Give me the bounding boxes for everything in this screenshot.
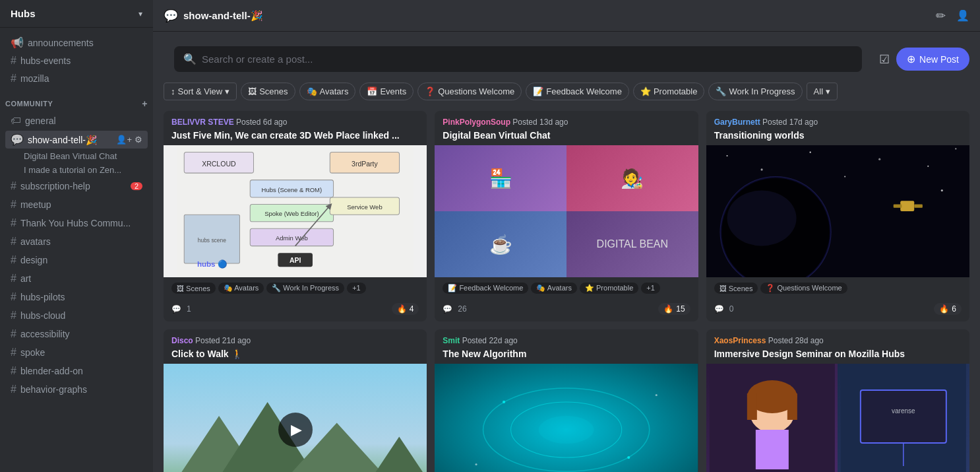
tag-questions[interactable]: ❓ Questions Welcome: [760, 283, 847, 294]
tag-feedback[interactable]: 📝 Feedback Welcome: [443, 283, 528, 294]
server-header[interactable]: Hubs ▾: [0, 0, 153, 28]
sidebar-item-avatars[interactable]: # avatars: [5, 233, 148, 250]
sort-icon: ↕: [171, 86, 175, 96]
svg-rect-54: [787, 393, 797, 420]
post-card[interactable]: GaryBurnett Posted 17d ago Transitioning…: [706, 111, 969, 321]
scenes-icon: 🖼: [248, 86, 257, 96]
play-button-icon[interactable]: ▶: [278, 413, 313, 447]
sidebar-item-spoke[interactable]: # spoke: [5, 344, 148, 361]
post-image-cell: DIGITAL BEAN: [567, 211, 698, 277]
more-tags[interactable]: +1: [347, 283, 366, 294]
sidebar-item-subscription-help[interactable]: # subscription-help 2: [5, 178, 148, 195]
thread-digital-bean[interactable]: Digital Bean Virtual Chat: [5, 149, 148, 163]
filter-promotable-button[interactable]: ⭐ Promotable: [633, 83, 704, 100]
inbox-icon[interactable]: ☑: [879, 52, 890, 67]
svg-point-31: [727, 191, 796, 246]
sidebar-item-announcements[interactable]: 📢 announcements: [5, 34, 148, 51]
tag-avatars[interactable]: 🎭 Avatars: [531, 283, 577, 294]
post-card[interactable]: Disco Posted 21d ago Click to Walk 🚶: [164, 329, 427, 472]
sidebar-item-label: design: [20, 255, 47, 265]
reaction-emoji: 🔥: [939, 304, 949, 314]
filter-events-button[interactable]: 📅 Events: [359, 83, 413, 100]
sort-label: Sort & View: [178, 86, 223, 96]
chevron-icon: ▾: [225, 86, 230, 96]
post-time: Posted 6d ago: [236, 118, 287, 127]
post-author: Disco Posted 21d ago: [171, 336, 419, 345]
thread-tutorial-zen[interactable]: I made a tutorial on Zen...: [5, 163, 148, 177]
search-input[interactable]: [202, 53, 853, 65]
svg-point-46: [627, 456, 630, 459]
sidebar-item-show-and-tell[interactable]: 💬 show-and-tell-🎉 👤+ ⚙: [5, 131, 148, 149]
sidebar-item-art[interactable]: # art: [5, 270, 148, 287]
hash-icon: #: [11, 254, 16, 266]
all-filter-button[interactable]: All ▾: [807, 83, 838, 100]
sidebar-item-hubs-events[interactable]: # hubs-events: [5, 52, 148, 69]
feedback-icon: 📝: [533, 86, 543, 96]
post-image-cell: [706, 364, 838, 472]
avatars-icon: 🎭: [307, 86, 317, 96]
search-icon: 🔍: [183, 53, 197, 65]
edit-icon[interactable]: ✏: [936, 9, 946, 23]
sidebar-item-thank-you[interactable]: # Thank You Hubs Commu...: [5, 215, 148, 232]
tag-promotable[interactable]: ⭐ Promotable: [580, 283, 638, 294]
author-name: Smit: [443, 336, 460, 345]
sidebar-item-label: mozilla: [20, 73, 49, 84]
filter-feedback-button[interactable]: 📝 Feedback Welcome: [526, 83, 629, 100]
post-card[interactable]: XaosPrincess Posted 28d ago Immersive De…: [706, 329, 969, 472]
post-header: PinkPolygonSoup Posted 13d ago Digital B…: [435, 111, 698, 145]
reaction-badge[interactable]: 🔥 4: [392, 303, 419, 315]
gear-icon[interactable]: ⚙: [135, 135, 142, 145]
post-header: XaosPrincess Posted 28d ago Immersive De…: [706, 329, 969, 364]
filter-avatars-button[interactable]: 🎭 Avatars: [299, 83, 356, 100]
post-card[interactable]: Smit Posted 22d ago The New Algorithm: [435, 329, 698, 472]
tag-scenes[interactable]: 🖼 Scenes: [171, 283, 216, 294]
search-container: 🔍 ☑ ⊕ New Post: [153, 32, 980, 83]
sidebar-item-hubs-cloud[interactable]: # hubs-cloud: [5, 307, 148, 324]
speaker-icon: 📢: [11, 36, 24, 49]
more-tags[interactable]: +1: [641, 283, 660, 294]
sidebar-item-mozilla[interactable]: # mozilla: [5, 70, 148, 87]
sidebar-item-design[interactable]: # design: [5, 252, 148, 269]
sort-view-button[interactable]: ↕ Sort & View ▾: [164, 83, 237, 100]
post-card[interactable]: PinkPolygonSoup Posted 13d ago Digital B…: [435, 111, 698, 321]
sidebar-item-label: hubs-events: [20, 55, 71, 66]
sidebar-item-hubs-pilots[interactable]: # hubs-pilots: [5, 288, 148, 306]
search-bar: 🔍: [174, 46, 862, 72]
add-member-icon[interactable]: 👤+: [116, 135, 132, 145]
sidebar-item-accessibility[interactable]: # accessibility: [5, 325, 148, 343]
posts-grid: BELIVVR STEVE Posted 6d ago Just Five Mi…: [164, 111, 969, 472]
new-post-button[interactable]: ⊕ New Post: [896, 48, 969, 71]
tag-avatars[interactable]: 🎭 Avatars: [218, 283, 264, 294]
svg-point-20: [726, 155, 727, 156]
filter-scenes-button[interactable]: 🖼 Scenes: [241, 83, 295, 100]
svg-text:Hubs (Scene & ROM): Hubs (Scene & ROM): [262, 186, 322, 193]
add-channel-icon[interactable]: +: [142, 98, 148, 109]
hash-icon: #: [11, 291, 16, 303]
sidebar-item-behavior-graphs[interactable]: # behavior-graphs: [5, 381, 148, 398]
chevron-down-icon: ▾: [138, 9, 142, 18]
post-tags: 🖼 Scenes 🎭 Avatars 🔧 Work In Progress +1: [171, 283, 366, 294]
filter-questions-button[interactable]: ❓ Questions Welcome: [417, 83, 522, 100]
reaction-badge[interactable]: 🔥 6: [934, 303, 962, 315]
questions-icon: ❓: [425, 86, 435, 96]
all-label: All ▾: [814, 86, 830, 96]
post-author: XaosPrincess Posted 28d ago: [714, 336, 962, 345]
sidebar-item-meetup[interactable]: # meetup: [5, 196, 148, 213]
community-section-header: COMMUNITY +: [0, 88, 153, 112]
sidebar-item-blender-add-on[interactable]: # blender-add-on: [5, 362, 148, 380]
filter-wip-button[interactable]: 🔧 Work In Progress: [708, 83, 802, 100]
comment-count: 1: [187, 304, 191, 314]
svg-point-25: [927, 166, 929, 167]
sidebar-item-label: Thank You Hubs Commu...: [20, 218, 131, 228]
post-card[interactable]: BELIVVR STEVE Posted 6d ago Just Five Mi…: [164, 111, 427, 321]
post-title: The New Algorithm: [443, 348, 690, 360]
reaction-badge[interactable]: 🔥 15: [658, 303, 690, 315]
sidebar-item-general[interactable]: 🏷 general: [5, 112, 148, 129]
wip-icon: 🔧: [716, 86, 726, 96]
post-title: Click to Walk 🚶: [171, 348, 419, 360]
svg-text:Admin Web: Admin Web: [276, 234, 308, 242]
tag-scenes[interactable]: 🖼 Scenes: [714, 283, 758, 294]
user-icon[interactable]: 👤: [956, 9, 969, 22]
tag-wip[interactable]: 🔧 Work In Progress: [266, 283, 344, 294]
post-author: Smit Posted 22d ago: [443, 336, 690, 345]
